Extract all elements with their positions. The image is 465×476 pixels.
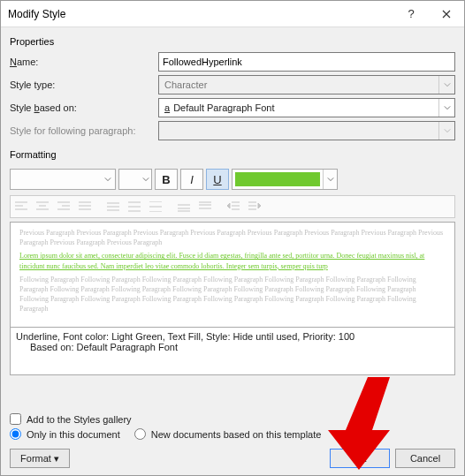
paragraph-toolbar [10,195,455,218]
font-family-select[interactable] [10,169,116,190]
following-para-select [158,121,455,140]
chevron-down-icon [438,122,454,140]
indent-left-icon[interactable] [226,200,240,214]
properties-heading: Properties [10,36,455,47]
close-button[interactable] [429,1,464,27]
ok-button[interactable]: OK [330,449,390,468]
chevron-down-icon[interactable] [438,99,454,117]
help-button[interactable]: ? [393,1,429,27]
line-spacing-1-icon[interactable] [106,200,120,214]
following-para-label: Style for following paragraph: [10,125,158,136]
new-docs-label: New documents based on this template [151,429,322,440]
chevron-down-icon[interactable] [101,176,115,183]
chevron-down-icon [438,76,454,94]
color-swatch [235,172,320,186]
underline-button[interactable]: U [206,169,229,190]
cancel-button[interactable]: Cancel [395,449,455,468]
font-color-select[interactable] [232,169,338,190]
add-gallery-checkbox[interactable] [10,413,21,425]
new-docs-radio[interactable] [134,428,146,440]
preview-pane: Previous Paragraph Previous Paragraph Pr… [10,222,455,328]
dialog-title: Modify Style [1,8,393,20]
line-spacing-15-icon[interactable] [127,200,141,214]
only-document-radio[interactable] [10,428,21,440]
space-before-icon[interactable] [177,200,191,214]
based-on-label: Style based on: [10,102,158,113]
line-spacing-2-icon[interactable] [149,200,163,214]
align-justify-icon[interactable] [78,200,92,214]
add-gallery-label: Add to the Styles gallery [27,414,132,425]
font-size-select[interactable] [118,169,152,190]
indent-right-icon[interactable] [248,200,262,214]
style-type-label: Style type: [10,79,158,90]
italic-button[interactable]: I [180,169,203,190]
align-center-icon[interactable] [35,200,50,214]
bold-button[interactable]: B [155,169,178,190]
align-left-icon[interactable] [14,200,28,214]
formatting-heading: Formatting [10,149,455,160]
name-label: Name: [10,57,158,67]
based-on-select[interactable]: aDefault Paragraph Font [158,98,455,117]
chevron-down-icon[interactable] [323,170,337,189]
space-after-icon[interactable] [198,200,212,214]
style-description: Underline, Font color: Light Green, Text… [10,328,455,375]
name-input[interactable] [158,52,455,72]
chevron-down-icon[interactable] [142,174,149,185]
format-button[interactable]: Format ▾ [10,449,70,468]
align-right-icon[interactable] [57,200,71,214]
style-type-select: Character [158,75,455,94]
only-document-label: Only in this document [27,429,120,440]
